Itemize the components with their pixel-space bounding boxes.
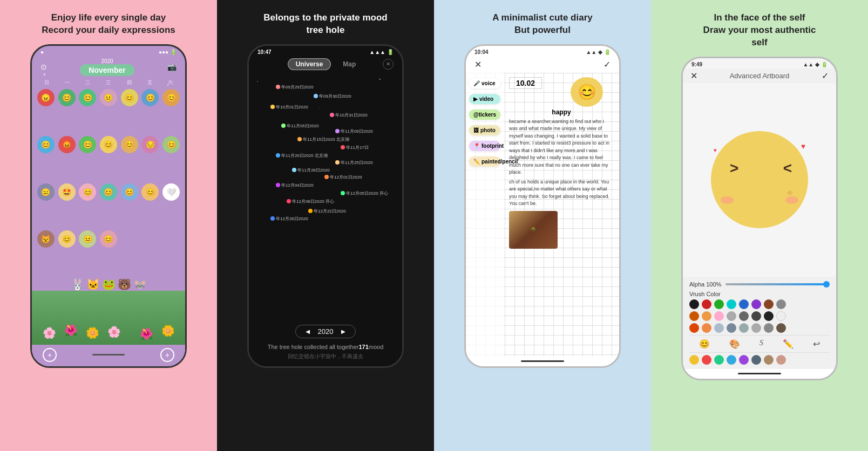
tool-video[interactable]: ▶ video [469,94,500,104]
tool-voice[interactable]: 🎤 voice [469,78,500,88]
color-darkred[interactable] [689,323,699,333]
color-cyan[interactable] [727,299,736,309]
color-lightgray[interactable] [727,311,736,321]
color-amber[interactable] [702,311,711,321]
color-charcoal[interactable] [751,311,761,321]
mood-node: 年11月05日2020 [281,123,319,129]
flower-3: 🌼 [86,326,99,339]
undo-tool-icon[interactable]: ↩ [813,339,820,349]
face-cell[interactable]: 😊 [121,89,138,106]
face-cell[interactable]: 😊 [100,136,117,153]
emoji-tool-icon[interactable]: 😊 [699,339,710,349]
face-cell[interactable]: 😊 [121,183,138,201]
slider-thumb[interactable] [823,281,830,288]
diary-check[interactable]: ✓ [603,59,611,70]
face-cell[interactable]: 😊 [79,183,96,201]
diary-text-1: became a searcher,wanting to find out wh… [509,118,614,176]
face-cell[interactable]: 😾 [37,230,55,248]
face-cell[interactable]: 😡 [58,136,76,153]
face-cell[interactable]: 😊 [100,230,117,248]
face-cell[interactable]: 😐 [100,89,117,106]
color-black[interactable] [689,299,699,309]
color-nearblack[interactable] [764,311,774,321]
palette-tan[interactable] [764,355,774,365]
tool-photo[interactable]: 🖼 photo [469,125,500,135]
face-cell[interactable]: 🤩 [58,183,76,201]
color-slate[interactable] [714,323,724,333]
face-cell[interactable]: 😐 [79,230,96,248]
color-rust[interactable] [702,323,711,333]
face-cell[interactable]: 😊 [79,89,96,106]
star-2: ✦ [166,83,169,87]
palette-green[interactable] [714,355,724,365]
face-cell[interactable]: 😊 [37,136,55,153]
flower-1: 🌸 [43,326,56,339]
color-red[interactable] [702,299,711,309]
bg-star: ● [319,107,320,109]
color-darkgray[interactable] [739,311,749,321]
face-cell[interactable]: 😊 [100,183,117,201]
big-emoji-face: > < ♥ ♥ /// [711,131,808,228]
face-cell[interactable]: 😔 [141,136,159,153]
color-teal-gray[interactable] [739,323,749,333]
tab-universe[interactable]: Universe [288,58,331,70]
color-white[interactable] [776,311,786,321]
cal-left-icon[interactable]: ⊙ [40,63,47,71]
year-prev[interactable]: ◄ [304,327,311,336]
add-button-right[interactable]: + [160,348,174,362]
cal-right-icon[interactable]: 📷 [167,63,177,71]
face-cell[interactable]: 😊 [141,183,159,201]
face-cell[interactable]: 😊 [162,89,180,106]
color-green[interactable] [714,299,724,309]
year-next[interactable]: ► [340,327,347,336]
palette-blue[interactable] [727,355,736,365]
color-umber[interactable] [776,323,786,333]
color-orange[interactable] [689,311,699,321]
artboard-check[interactable]: ✓ [822,71,829,81]
status-bar-2: 10:47 ▲▲▲ 🔋 [249,46,402,56]
face-cell[interactable]: 🤍 [162,183,180,201]
palette-yellow[interactable] [689,355,699,365]
mood-node: 年12月05日2020开心 [341,190,388,196]
home-indicator-1 [92,354,125,356]
palette-red[interactable] [702,355,711,365]
diary-date: 10.02 [509,77,542,89]
face-cell[interactable]: 😊 [58,89,76,106]
face-cell[interactable]: 😊 [141,89,159,106]
palette-peach[interactable] [776,355,786,365]
face-cell[interactable]: 😑 [37,183,55,201]
color-steel[interactable] [727,323,736,333]
tool-stickers[interactable]: @tickers [469,110,500,120]
face-cell[interactable]: 😠 [37,89,55,106]
diary-close[interactable]: ✕ [474,59,482,70]
pen-tool-icon[interactable]: ✏️ [783,339,794,349]
tree-year-nav[interactable]: ◄ 2020 ► [295,325,356,338]
cal-header: ⊙ 2020 November 📷 [32,56,185,79]
face-cell[interactable]: 😊 [121,136,138,153]
close-button-2[interactable]: ✕ [383,59,394,70]
color-gray[interactable] [776,299,786,309]
tab-map[interactable]: Map [335,59,363,70]
face-cell[interactable]: 😊 [162,136,180,153]
artboard-close[interactable]: ✕ [690,71,697,81]
color-brown[interactable] [764,299,774,309]
status-time-3: 10:04 [474,49,489,55]
color-pink[interactable] [714,311,724,321]
add-button-left[interactable]: + [43,348,57,362]
alpha-slider[interactable] [725,283,830,285]
palette-purple[interactable] [739,355,749,365]
flower-5: 🌺 [140,327,153,340]
tree-footer: The tree hole collected all together171m… [263,340,388,366]
face-cell[interactable]: 😊 [58,230,76,248]
palette-navy[interactable] [751,355,761,365]
face-cell[interactable]: 😊 [79,136,96,153]
color-gray-2[interactable] [764,323,774,333]
artboard-canvas[interactable]: > < ♥ ♥ /// [683,83,836,277]
text-tool-icon[interactable]: S [760,339,763,349]
palette-tool-icon[interactable]: 🎨 [729,339,740,349]
tool-footprint[interactable]: 📍 footprint [469,141,500,151]
color-purple[interactable] [751,299,761,309]
color-blue[interactable] [739,299,749,309]
tool-painted[interactable]: ✏️ painted/pencil [469,156,500,167]
color-medium-gray[interactable] [751,323,761,333]
